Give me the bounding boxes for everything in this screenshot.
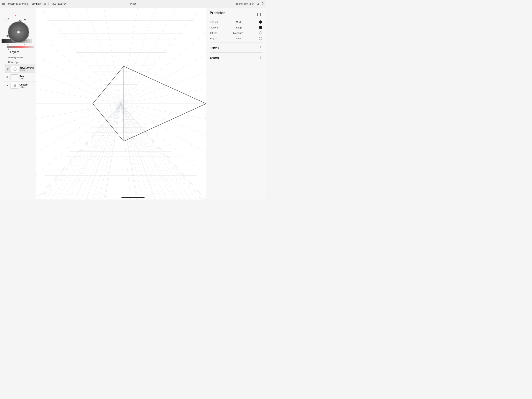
measure-label: 1:1 pts — [210, 32, 217, 34]
tool-wheel: 3.23 ↺ ↩ ● ≡ 3.23 pts 21% 100% 〜 Aa ↶ ↷ … — [6, 14, 36, 53]
layer-item[interactable]: 👁 New Layer 2 100% — [5, 65, 35, 73]
pen-tool-icon[interactable]: ↺ — [6, 18, 9, 21]
home-indicator — [121, 197, 145, 198]
grid-label: 2-Point — [210, 21, 218, 24]
layer-thumbnail — [11, 74, 18, 80]
layers-sorting[interactable]: ↕ Sorting | Manual — [4, 55, 36, 60]
opacity-right: 100% — [24, 35, 29, 37]
svg-marker-0 — [13, 67, 17, 71]
doc-name[interactable]: Untitled 166 — [32, 2, 47, 6]
help-button[interactable]: ? — [262, 2, 264, 6]
panel-title-row: Precision ⋮⋮ — [210, 11, 262, 18]
panel-row-measure: 1:1 pts Measure — [210, 31, 262, 34]
layer-info: Pen 100% — [19, 75, 34, 80]
layer-info: Custom 100% — [19, 83, 34, 88]
layer-opacity-label: 100% — [20, 69, 34, 71]
layer-eye-icon[interactable]: 👁 — [6, 67, 10, 71]
settings-button[interactable]: ⚙ — [256, 2, 259, 6]
guide-value: Guide — [235, 37, 241, 40]
pro-badge: PRO — [130, 2, 136, 5]
new-layer-button[interactable]: + New Layer — [4, 60, 36, 65]
text-tool-icon[interactable]: Aa — [24, 39, 27, 42]
record-icon[interactable]: ● — [15, 15, 16, 17]
panel-row-snap: Options Snap — [210, 26, 262, 29]
panel-title: Precision — [210, 11, 226, 15]
layers-panel: ☰ Layers ↕ Sorting | Manual + New Layer … — [4, 49, 36, 200]
panel-divider-2 — [210, 52, 262, 53]
layer-item[interactable]: 👁 Pen 100% — [4, 73, 36, 82]
layer-eye-icon[interactable]: 👁 — [6, 84, 9, 87]
layer-eye-icon[interactable]: 👁 — [6, 76, 9, 79]
sorting-label: Sorting — [8, 56, 15, 59]
grid-dots-icon: ⋮⋮ — [256, 13, 262, 16]
right-panel: Precision ⋮⋮ 2-Point Grid Options Snap 1… — [206, 8, 266, 200]
opacity-left: 21% — [6, 35, 10, 37]
grid-toggle[interactable] — [259, 20, 262, 24]
layer-name-label: New Layer 2 — [20, 67, 34, 69]
layer-thumbnail: ⁞⁞⁞ — [11, 83, 18, 89]
separator2: | — [48, 2, 49, 6]
canvas-area[interactable] — [36, 8, 206, 200]
app-grid-icon[interactable]: ⊞ — [0, 2, 7, 6]
layer-info: New Layer 2 100% — [20, 67, 34, 71]
wave-tool-icon[interactable]: 〜 — [7, 39, 10, 42]
guide-label: Ellipse — [210, 37, 217, 40]
rotate-right-icon[interactable]: ↷ — [24, 44, 25, 46]
back-tool-icon[interactable]: ↩ — [24, 18, 26, 21]
snap-toggle[interactable] — [259, 26, 262, 29]
guide-toggle[interactable] — [259, 37, 262, 40]
sorting-value: Manual — [16, 56, 23, 59]
top-right-controls: Zoom: 45% ∡0° ⚙ ? — [235, 2, 266, 6]
separator1: | — [30, 2, 30, 6]
zoom-info: Zoom: 45% ∡0° — [235, 2, 254, 5]
panel-row-grid: 2-Point Grid — [210, 20, 262, 24]
grid-value: Grid — [236, 21, 241, 24]
app-name: Design Sketching — [7, 2, 28, 6]
layer-thumbnail — [11, 66, 19, 72]
drawing-svg — [36, 8, 206, 200]
measure-value: Measure — [233, 32, 243, 34]
color-swatch-bar[interactable] — [7, 46, 34, 48]
import-label: Import — [210, 46, 219, 49]
layer-name-label: Pen — [19, 75, 34, 78]
snap-label: Options — [210, 26, 218, 29]
layer-opacity-label: 100% — [19, 86, 34, 88]
layer-name: New Layer 2 — [51, 2, 66, 6]
panel-row-guide: Ellipse Guide — [210, 37, 262, 40]
rotate-left-icon[interactable]: ↶ — [7, 44, 9, 46]
export-icon: ⬆ — [260, 56, 262, 59]
layer-name-label: Custom — [19, 83, 34, 86]
size-bottom-label: 8'li — [7, 48, 9, 50]
measure-toggle[interactable] — [259, 31, 262, 34]
snap-value: Snap — [236, 26, 242, 29]
layer-item[interactable]: 👁 ⁞⁞⁞ Custom 100% — [4, 82, 36, 90]
import-action[interactable]: Import ⬇ — [210, 44, 262, 51]
layer-opacity-label: 100% — [19, 78, 34, 80]
import-icon: ⬇ — [260, 45, 262, 49]
top-bar: ⊞ Design Sketching | Untitled 166 | New … — [0, 0, 266, 8]
wheel-size-label: ≡ 3.23 pts — [8, 30, 29, 32]
export-action[interactable]: Export ⬆ — [210, 54, 262, 61]
drawn-shape — [93, 66, 206, 141]
left-sidebar: 3.23 ↺ ↩ ● ≡ 3.23 pts 21% 100% 〜 Aa ↶ ↷ … — [0, 8, 36, 200]
export-label: Export — [210, 56, 219, 59]
sorting-icon: ↕ — [6, 56, 7, 59]
